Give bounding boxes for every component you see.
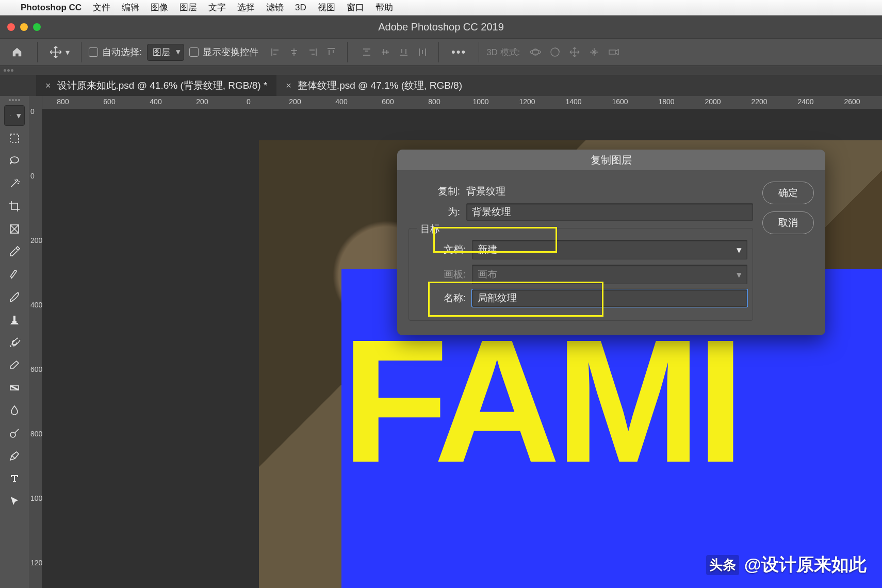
panel-grip-icon[interactable] [0,96,29,104]
frame-tool[interactable] [4,219,25,239]
orbit-3d-icon[interactable] [529,46,542,58]
target-fieldset: 目标 文档: 新建▾ 画板: 画布▾ 名称: [409,228,753,321]
roll-3d-icon[interactable] [549,46,561,58]
name-input[interactable] [472,289,747,307]
menu-image[interactable]: 图像 [151,2,168,13]
tab-document-1[interactable]: × 设计原来如此.psd @ 41.6% (背景纹理, RGB/8) * [36,75,276,96]
3d-mode-label: 3D 模式: [486,46,520,58]
history-brush-tool[interactable] [4,332,25,353]
ok-button[interactable]: 确定 [762,182,814,204]
type-tool[interactable] [4,468,25,489]
auto-select-checkbox[interactable]: 自动选择: [89,46,142,58]
clone-stamp-tool[interactable] [4,309,25,330]
target-legend: 目标 [417,222,443,236]
gradient-tool[interactable] [4,378,25,398]
artboard-label: 画板: [414,268,466,281]
marquee-tool[interactable] [4,128,25,149]
minimize-window-icon[interactable] [20,23,28,31]
panel-dock-strip[interactable] [0,66,882,75]
watermark: 头条 @设计原来如此 [706,553,867,577]
tools-panel [0,96,29,588]
camera-3d-icon[interactable] [608,46,620,58]
svg-rect-4 [10,134,19,142]
document-label: 文档: [414,243,466,256]
lasso-tool[interactable] [4,151,25,171]
close-window-icon[interactable] [7,23,15,31]
magic-wand-tool[interactable] [4,173,25,194]
cancel-button[interactable]: 取消 [762,211,814,234]
svg-point-1 [530,50,541,54]
pen-tool[interactable] [4,446,25,466]
close-tab-icon[interactable]: × [45,80,51,91]
menu-file[interactable]: 文件 [93,2,110,13]
move-tool[interactable] [4,105,25,126]
3d-controls [529,46,620,58]
distribute-group [358,43,431,61]
blur-tool[interactable] [4,400,25,421]
as-input[interactable] [466,203,753,221]
close-tab-icon[interactable]: × [286,80,291,91]
menu-window[interactable]: 窗口 [347,2,364,13]
svg-rect-6 [10,270,17,277]
menu-type[interactable]: 文字 [208,2,226,13]
distribute-top-icon[interactable] [358,43,375,61]
menu-view[interactable]: 视图 [318,2,335,13]
move-tool-indicator[interactable]: ▾ [45,45,74,59]
name-label: 名称: [414,291,466,305]
show-transform-checkbox[interactable]: 显示变换控件 [189,46,258,58]
eraser-tool[interactable] [4,355,25,375]
divider [347,42,348,62]
tab-label: 整体纹理.psd @ 47.1% (纹理, RGB/8) [298,79,462,92]
svg-rect-3 [609,50,615,54]
align-right-icon[interactable] [304,43,321,61]
eyedropper-tool[interactable] [4,241,25,262]
brush-tool[interactable] [4,287,25,307]
dodge-tool[interactable] [4,423,25,444]
align-left-icon[interactable] [267,43,284,61]
duplicate-layer-dialog: 复制图层 复制: 背景纹理 为: 目标 文档: 新建▾ 画板: 画布▾ [397,150,825,335]
align-center-h-icon[interactable] [285,43,303,61]
divider [438,42,439,62]
watermark-tag: 头条 [706,555,739,575]
window-title: Adobe Photoshop CC 2019 [378,21,504,33]
as-label: 为: [409,205,460,219]
distribute-vcenter-icon[interactable] [377,43,394,61]
window-titlebar: Adobe Photoshop CC 2019 [0,15,882,38]
chevron-down-icon: ▾ [737,269,742,281]
crop-tool[interactable] [4,196,25,217]
path-selection-tool[interactable] [4,491,25,512]
copy-label: 复制: [409,185,460,198]
divider [81,42,81,62]
menu-3d[interactable]: 3D [295,3,306,13]
distribute-h-icon[interactable] [414,43,431,61]
healing-brush-tool[interactable] [4,264,25,285]
tab-label: 设计原来如此.psd @ 41.6% (背景纹理, RGB/8) * [57,79,268,92]
menu-edit[interactable]: 编辑 [122,2,139,13]
pan-3d-icon[interactable] [568,46,581,58]
menu-select[interactable]: 选择 [237,2,255,13]
menu-help[interactable]: 帮助 [375,2,393,13]
tab-document-2[interactable]: × 整体纹理.psd @ 47.1% (纹理, RGB/8) [276,75,471,96]
menu-layer[interactable]: 图层 [179,2,197,13]
more-options-icon[interactable]: ••• [446,45,471,59]
slide-3d-icon[interactable] [588,46,600,58]
align-group [267,43,340,61]
menu-filter[interactable]: 滤镜 [266,2,284,13]
home-button[interactable] [4,42,30,62]
vertical-ruler[interactable]: 0020040060080010001200 [29,96,42,588]
auto-select-label: 自动选择: [102,46,142,58]
watermark-handle: @设计原来如此 [744,553,867,577]
align-top-icon[interactable] [322,43,340,61]
auto-select-dropdown[interactable]: 图层 [147,44,184,61]
distribute-bottom-icon[interactable] [395,43,413,61]
show-transform-label: 显示变换控件 [203,46,258,58]
options-bar: ▾ 自动选择: 图层 显示变换控件 ••• 3D 模式: [0,38,882,66]
macos-menubar: Photoshop CC 文件 编辑 图像 图层 文字 选择 滤镜 3D 视图 … [0,0,882,15]
divider [37,42,38,62]
svg-point-8 [10,432,15,437]
horizontal-ruler[interactable]: 8006004002000200400600800100012001400160… [42,96,882,109]
app-name[interactable]: Photoshop CC [21,3,81,13]
document-dropdown[interactable]: 新建▾ [472,240,747,259]
maximize-window-icon[interactable] [33,23,41,31]
divider [479,42,479,62]
